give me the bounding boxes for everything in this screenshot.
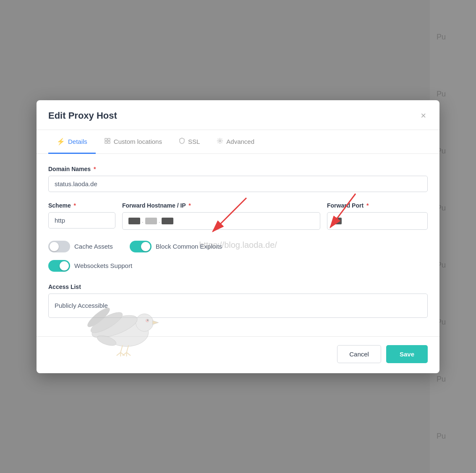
tabs-container: ⚡ Details Custom locations [37,130,439,154]
port-required: * [366,202,369,209]
custom-locations-icon [104,138,111,146]
svg-point-13 [147,319,149,321]
svg-rect-2 [105,141,107,143]
modal-header: Edit Proxy Host × [37,100,439,130]
tab-custom-locations[interactable]: Custom locations [96,130,170,154]
domain-names-input[interactable] [48,176,428,192]
close-button[interactable]: × [419,109,428,122]
svg-point-12 [146,319,149,322]
tab-details[interactable]: ⚡ Details [48,130,96,154]
tab-custom-locations-label: Custom locations [114,138,162,145]
modal-title: Edit Proxy Host [48,110,117,121]
websockets-thumb [60,261,69,270]
domain-names-label: Domain Names * [48,166,428,172]
domain-names-required: * [94,166,96,172]
ip-seg-2 [145,218,157,224]
tab-advanced-label: Advanced [226,138,254,145]
svg-rect-0 [105,138,107,140]
tab-ssl-label: SSL [188,138,200,145]
modal-footer: Cancel Save [37,336,439,373]
save-button[interactable]: Save [386,345,428,363]
websockets-toggle-item: Websockets Support [48,260,132,272]
hostname-required: * [188,202,191,209]
port-group: Forward Port * [327,202,428,230]
details-icon: ⚡ [57,138,65,146]
svg-point-4 [219,140,221,142]
modal-overlay: Edit Proxy Host × ⚡ Details Custom locat… [0,0,476,473]
hostname-input-container[interactable]: . . [122,212,320,230]
scheme-group: Scheme * http https [48,202,115,229]
svg-rect-1 [108,138,110,140]
scheme-hostname-port-row: Scheme * http https Forward Hostname / I… [48,202,428,230]
toggles-row-2: Websockets Support [48,260,428,272]
access-list-section: Access List [48,283,428,318]
tab-details-label: Details [68,138,87,145]
advanced-icon [217,138,223,146]
hostname-label: Forward Hostname / IP * [122,202,320,209]
block-exploits-thumb [141,242,150,251]
port-input-container[interactable] [327,212,428,230]
tab-advanced[interactable]: Advanced [208,130,263,154]
edit-proxy-host-modal: Edit Proxy Host × ⚡ Details Custom locat… [37,100,439,373]
websockets-label: Websockets Support [74,262,132,269]
hostname-group: Forward Hostname / IP * . . [122,202,320,230]
svg-rect-3 [108,141,110,143]
modal-body: Domain Names * Scheme * http https [37,154,439,326]
toggles-row-1: Cache Assets Block Common Exploits [48,241,428,252]
tab-ssl[interactable]: SSL [170,130,208,154]
cancel-button[interactable]: Cancel [337,345,381,363]
block-exploits-toggle[interactable] [130,241,152,252]
cache-assets-toggle[interactable] [48,241,70,252]
cache-assets-label: Cache Assets [74,243,113,250]
scheme-select[interactable]: http https [48,212,115,229]
access-list-input[interactable] [48,294,428,318]
access-list-label: Access List [48,283,428,290]
scheme-label: Scheme * [48,202,115,209]
block-exploits-toggle-item: Block Common Exploits [130,241,222,252]
ssl-icon [179,138,185,146]
websockets-toggle[interactable] [48,260,70,272]
block-exploits-label: Block Common Exploits [156,243,222,250]
ip-seg-1 [128,218,140,224]
cache-assets-thumb [50,242,59,251]
cache-assets-toggle-item: Cache Assets [48,241,113,252]
ip-seg-3 [162,218,173,224]
domain-names-section: Domain Names * [48,166,428,192]
port-label: Forward Port * [327,202,428,209]
port-blurred [333,218,342,224]
scheme-required: * [74,202,76,209]
blurred-ip-display: . . [128,218,173,224]
svg-marker-11 [152,320,158,325]
